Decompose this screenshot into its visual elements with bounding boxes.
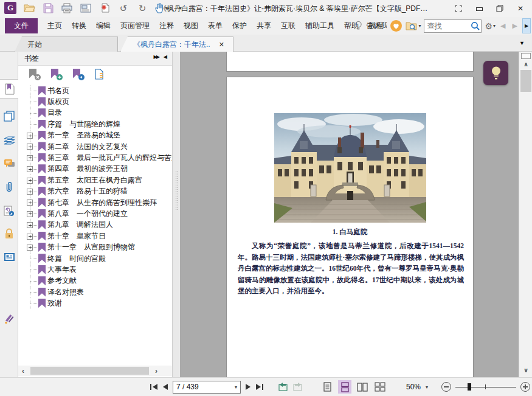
zoom-slider-thumb[interactable] [468,383,471,391]
tell-me-label[interactable]: 告诉我 [366,21,387,31]
close-button[interactable]: ✕ [510,0,531,17]
bookmark-item[interactable]: 第六章 路易十五的狩猎 [18,186,172,197]
app-logo[interactable]: G [4,1,17,15]
tab-close-icon[interactable]: ✕ [219,41,224,49]
scroll-right-icon[interactable]: › [151,367,161,375]
menu-item[interactable]: 保护 [227,18,252,33]
tab-list-caret-icon[interactable]: ▼ [519,40,525,46]
restore-button[interactable] [489,0,510,17]
panel-tab-attachments[interactable] [0,177,18,196]
undo-button[interactable]: ↺ [117,1,130,15]
panel-splitter[interactable] [172,52,180,377]
bookmark-item[interactable]: 第七章 从生存的痛苦到理性崇拜 [18,197,172,208]
email-button[interactable] [79,1,92,15]
menu-item[interactable]: 编辑 [91,18,116,33]
bookmark-item[interactable]: 第八章 一个朝代的建立 [18,208,172,219]
expand-toggle-icon[interactable] [27,234,33,240]
search-input[interactable] [424,22,470,30]
bookmark-item[interactable]: 序篇 与世隔绝的辉煌 [18,119,172,130]
menu-item[interactable]: 主页 [43,18,67,33]
panel-collapse-icon[interactable]: ◀ [164,54,167,60]
zoom-slider[interactable] [455,383,516,391]
history-forward-button[interactable]: ▶ [511,22,519,30]
continuous-view-button[interactable] [338,380,351,394]
panel-tab-signatures[interactable] [0,201,18,220]
tab-start[interactable]: 开始 [15,36,118,52]
bookmark-item[interactable]: 参考文献 [18,276,172,287]
zoom-level-value[interactable]: 50% [406,383,421,391]
panel-tab-layers[interactable] [0,131,18,150]
expand-toggle-icon[interactable] [27,144,33,150]
bookmark-item[interactable]: 第四章 最初的波旁王朝 [18,164,172,175]
panel-tab-pages[interactable] [0,106,18,126]
scroll-left-icon[interactable]: ‹ [18,367,28,375]
delete-bookmark-button[interactable] [29,69,39,80]
add-bookmark-button[interactable] [51,69,61,80]
menu-file[interactable]: 文件 [5,18,38,33]
expand-toggle-icon[interactable] [27,245,33,251]
expand-toggle-icon[interactable] [27,178,33,184]
bookmark-item[interactable]: 译名对照表 [18,287,172,297]
page-number-field[interactable]: 7 / 439 ▾ [173,381,241,394]
expand-toggle-icon[interactable] [27,189,33,195]
expand-toggle-icon[interactable] [27,166,33,172]
bookmark-item[interactable]: 第一章 圣路易的城堡 [18,130,172,141]
scroll-down-icon[interactable]: ∨ [519,367,532,373]
panel-expand-icon[interactable]: ▶▶ [154,54,159,60]
bookmarks-horizontal-scrollbar[interactable]: ‹ › [18,366,172,376]
bookmark-item[interactable]: 第三章 最后一批瓦卢瓦人的辉煌与苦难 [18,152,172,163]
search-folder-button[interactable]: ▾ [406,21,421,31]
favorite-heart-icon[interactable] [390,19,402,32]
panel-tab-fields[interactable] [0,247,18,266]
panel-tab-comments[interactable] [0,154,18,173]
search-icon[interactable] [470,21,481,32]
bookmark-item[interactable]: 书名页 [18,85,172,96]
next-page-button[interactable] [245,380,251,394]
split-view-handle[interactable] [521,53,531,59]
minimize-button[interactable] [469,0,489,17]
bookmark-item[interactable]: 致谢 [18,297,172,308]
bookmark-item[interactable]: 版权页 [18,96,172,107]
expand-toggle-icon[interactable] [27,133,33,139]
zoom-in-button[interactable] [520,382,530,392]
menu-item[interactable]: 注释 [154,18,179,33]
menu-item[interactable]: 辅助工具 [300,18,339,33]
redo-button[interactable]: ↻ [136,1,149,15]
document-view[interactable]: 1. 白马庭院 又称为“荣誉庭院”，该地曾是马蒂兰修道院，后改建于1541—15… [180,52,519,377]
panel-tab-bookmarks[interactable] [0,79,18,99]
menu-item[interactable]: 互联 [276,18,300,33]
create-pdf-button[interactable] [98,1,111,15]
hscroll-thumb[interactable] [30,367,149,375]
open-file-button[interactable] [22,1,36,15]
first-page-button[interactable] [150,380,158,394]
tab-document-active[interactable]: 《枫丹白露宫：千年法... ✕ [120,36,233,52]
menu-item[interactable]: 转换 [67,18,91,33]
save-button[interactable] [41,1,55,15]
restore-layout-button[interactable] [448,0,469,17]
bookmark-item[interactable]: 第二章 法国的文艺复兴 [18,141,172,152]
document-vertical-scrollbar[interactable]: ∧ ∨ [519,52,532,377]
facing-view-button[interactable] [356,380,369,394]
panel-tab-sign[interactable] [0,309,18,328]
print-button[interactable] [60,1,74,15]
menu-item[interactable]: 视图 [179,18,203,33]
previous-view-button[interactable] [277,380,288,394]
expand-toggle-icon[interactable] [27,155,33,161]
pdf-page[interactable]: 1. 白马庭院 又称为“荣誉庭院”，该地曾是马蒂兰修道院，后改建于1541—15… [226,77,474,377]
locate-bookmark-button[interactable] [73,69,83,80]
bookmark-item[interactable]: 第五章 太阳王在枫丹白露宫 [18,175,172,186]
scroll-up-icon[interactable]: ∧ [519,61,532,68]
expand-toggle-icon[interactable] [27,222,33,228]
next-view-button[interactable] [292,380,303,394]
menu-item[interactable]: 表单 [203,18,227,33]
single-page-view-button[interactable] [320,380,334,394]
panel-tab-security[interactable] [0,224,18,243]
ai-assistant-button[interactable] [483,61,508,85]
expand-current-bookmark-button[interactable] [95,69,105,80]
zoom-caret-icon[interactable]: ▾ [426,384,428,390]
menu-item[interactable]: 共享 [252,18,276,33]
menu-item[interactable]: 页面管理 [116,18,154,33]
previous-page-button[interactable] [162,380,168,394]
bookmark-item[interactable]: 第九章 调解法国人 [18,220,172,231]
vscroll-thumb[interactable] [520,70,531,92]
